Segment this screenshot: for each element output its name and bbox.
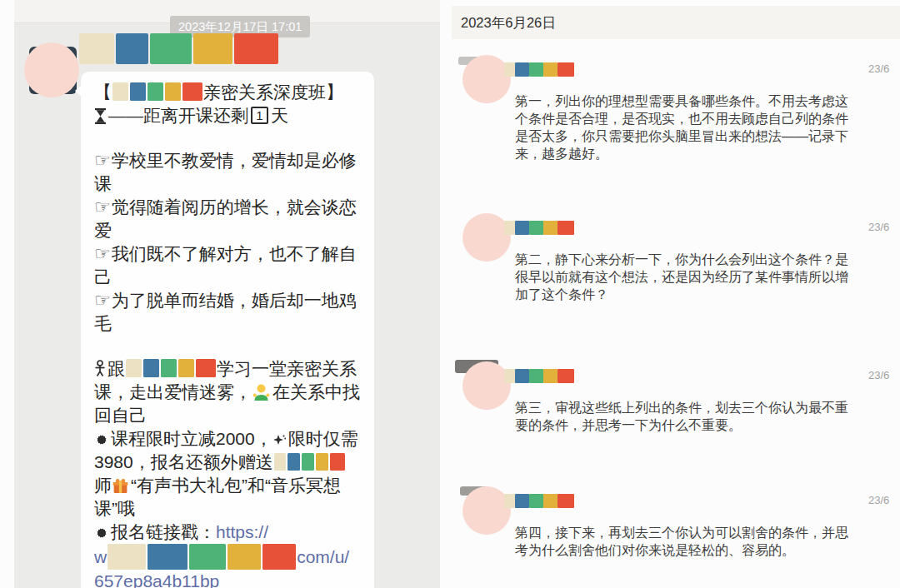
redaction-block-blue xyxy=(515,494,529,508)
left-chat-pane: 2023年12月17日 17:01 【亲密关系深度班】——距离开课还剩1天☞学校… xyxy=(0,0,440,588)
bubble-text: 学校里不教爱情，爱情却是必修课 xyxy=(94,151,357,193)
bubble-text: 我们既不了解对方，也不了解自己 xyxy=(94,244,357,287)
left-margin xyxy=(0,0,14,588)
signup-link[interactable]: https:// xyxy=(216,522,268,541)
burst-star-icon xyxy=(94,526,109,541)
avatar[interactable] xyxy=(24,42,79,97)
redaction-block-green xyxy=(161,359,177,377)
burst-star-icon xyxy=(94,432,109,447)
redaction-block-beige xyxy=(108,544,146,570)
message-timestamp: 23/6 xyxy=(868,369,889,381)
redaction-block-red xyxy=(558,369,574,383)
redaction-block-blue xyxy=(515,62,529,77)
bubble-paragraph: ☞我们既不了解对方，也不了解自己 xyxy=(94,242,361,289)
bubble-text: 为了脱单而结婚，婚后却一地鸡毛 xyxy=(94,291,357,333)
signup-link[interactable]: com/u/ xyxy=(297,547,349,566)
redacted-username xyxy=(504,221,574,235)
bubble-paragraph: 课程限时立减2000，限时仅需3980，报名还额外赠送师“有声书大礼包”和“音乐… xyxy=(94,427,361,521)
wechat-chat-screenshot: 2023年12月17日 17:01 【亲密关系深度班】——距离开课还剩1天☞学校… xyxy=(0,0,900,588)
redaction-block-blue xyxy=(143,359,159,377)
redaction-block-yellow xyxy=(228,544,261,570)
redaction-sticker-blocks xyxy=(78,33,279,64)
inline-redaction-blocks xyxy=(107,547,297,566)
bubble-text: 报名链接戳： xyxy=(111,522,216,541)
bubble-paragraph: 【亲密关系深度班】 xyxy=(94,81,361,104)
redaction-block-yellow xyxy=(165,82,181,101)
inline-redaction-blocks xyxy=(125,359,217,378)
redacted-username xyxy=(504,494,574,508)
right-chat-pane: 2023年6月26日 23/6第一，列出你的理想型需要具备哪些条件。不用去考虑这… xyxy=(440,0,900,588)
bubble-paragraph: ☞学校里不教爱情，爱情却是必修课 xyxy=(94,149,361,196)
redaction-block-red xyxy=(182,82,202,101)
message-bubble: 【亲密关系深度班】——距离开课还剩1天☞学校里不教爱情，爱情却是必修课☞觉得随着… xyxy=(81,72,374,588)
bubble-paragraph: ☞为了脱单而结婚，婚后却一地鸡毛 xyxy=(94,289,361,336)
redaction-block-green xyxy=(189,544,226,570)
redaction-block-yellow xyxy=(316,453,328,471)
date-header: 2023年6月26日 xyxy=(452,6,900,39)
redaction-block-yellow xyxy=(178,359,194,377)
message-text: 第四，接下来，再划去三个你认为可以割舍的条件，并思考为什么割舍他们对你来说是轻松… xyxy=(515,524,855,559)
bubble-paragraph: 跟学习一堂亲密关系课，走出爱情迷雾，在关系中找回自己 xyxy=(94,357,361,427)
redaction-block-blue xyxy=(515,221,529,235)
bubble-text: “有声书大礼包”和“音乐冥想课”哦 xyxy=(94,476,341,518)
redaction-block-green xyxy=(150,33,192,64)
bubble-text: 跟 xyxy=(108,359,125,378)
redaction-block-red xyxy=(330,453,345,471)
message-timestamp: 23/6 xyxy=(868,62,889,75)
bubble-paragraph: ☞觉得随着阅历的增长，就会谈恋爱 xyxy=(94,196,361,242)
bubble-text: 亲密关系深度班】 xyxy=(203,82,343,102)
inline-redaction-blocks xyxy=(273,452,346,471)
redaction-block-yellow xyxy=(543,369,558,383)
sparkles-icon xyxy=(272,433,287,447)
redaction-block-yellow xyxy=(193,33,232,64)
date-header-text: 2023年6月26日 xyxy=(452,6,900,39)
pointing-hand-icon: ☞ xyxy=(94,150,111,171)
redaction-block-green xyxy=(529,221,543,235)
bubble-content: 【亲密关系深度班】——距离开课还剩1天☞学校里不教爱情，爱情却是必修课☞觉得随着… xyxy=(94,81,361,588)
person-shrug-emoji-icon xyxy=(252,383,271,401)
bubble-paragraph: 报名链接戳：https:// xyxy=(94,521,361,544)
pointing-hand-icon: ☞ xyxy=(94,197,111,217)
figure-icon xyxy=(94,360,106,377)
redaction-block-green xyxy=(148,82,163,101)
message-text: 第一，列出你的理想型需要具备哪些条件。不用去考虑这个条件是否合理，是否现实，也不… xyxy=(515,92,855,162)
message-timestamp: 23/6 xyxy=(868,494,889,506)
redaction-block-blue xyxy=(116,33,148,64)
redaction-block-yellow xyxy=(543,494,558,508)
bubble-text: 【 xyxy=(94,82,112,102)
redaction-block-beige xyxy=(504,494,515,508)
redaction-block-beige xyxy=(112,82,128,101)
bubble-text: ——距离开课还剩 xyxy=(108,106,248,125)
countdown-days-badge: 1 xyxy=(251,107,268,124)
redaction-block-red xyxy=(234,33,278,64)
pointing-hand-icon: ☞ xyxy=(94,243,111,264)
gift-emoji-icon xyxy=(112,477,129,495)
redaction-block-beige xyxy=(126,359,142,377)
pointing-hand-icon: ☞ xyxy=(94,290,111,311)
bubble-paragraph: wcom/u/ xyxy=(94,544,361,570)
redacted-username xyxy=(504,369,574,383)
redaction-block-green xyxy=(529,369,543,383)
redaction-block-green xyxy=(529,62,543,77)
redaction-sticker xyxy=(78,33,279,64)
bubble-tail xyxy=(75,85,82,97)
bubble-paragraph: ——距离开课还剩1天 xyxy=(94,104,361,127)
redaction-block-beige xyxy=(504,221,515,235)
redaction-block-red xyxy=(262,544,296,570)
bubble-paragraph: 657ep8a4b11bp xyxy=(94,570,361,588)
redaction-block-green xyxy=(302,453,314,471)
hourglass-icon xyxy=(94,108,107,124)
bubble-paragraph xyxy=(94,127,361,149)
redaction-block-yellow xyxy=(543,62,558,77)
bubble-text: 觉得随着阅历的增长，就会谈恋爱 xyxy=(94,197,357,240)
redaction-block-red xyxy=(196,359,216,377)
redaction-block-beige xyxy=(79,33,114,64)
redaction-block-green xyxy=(529,494,543,508)
redaction-block-beige xyxy=(504,62,515,77)
bubble-text: 课程限时立减2000， xyxy=(111,429,272,448)
redaction-block-blue xyxy=(288,453,300,471)
redaction-block-beige xyxy=(274,453,286,471)
redaction-block-red xyxy=(558,221,574,235)
signup-link[interactable]: w xyxy=(94,547,107,566)
signup-link[interactable]: 657ep8a4b11bp xyxy=(94,571,219,588)
